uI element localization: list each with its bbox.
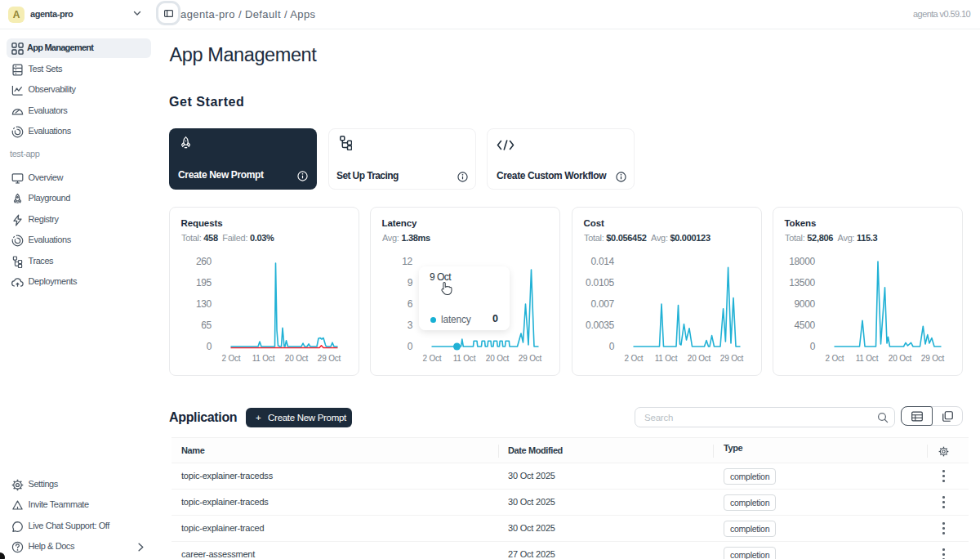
- svg-text:29 Oct: 29 Oct: [921, 354, 945, 363]
- svg-text:20 Oct: 20 Oct: [889, 354, 912, 363]
- svg-text:11 Oct: 11 Oct: [453, 354, 476, 363]
- svg-text:4500: 4500: [795, 320, 816, 331]
- svg-text:130: 130: [196, 298, 212, 310]
- svg-text:195: 195: [196, 277, 212, 288]
- svg-text:0.0105: 0.0105: [586, 277, 615, 288]
- svg-text:29 Oct: 29 Oct: [318, 354, 341, 363]
- svg-text:260: 260: [196, 256, 212, 267]
- svg-text:9000: 9000: [795, 298, 816, 310]
- svg-text:0.007: 0.007: [590, 298, 614, 310]
- svg-text:12: 12: [402, 256, 412, 267]
- svg-text:0.014: 0.014: [590, 256, 614, 267]
- svg-text:18000: 18000: [789, 256, 815, 267]
- svg-text:6: 6: [408, 298, 413, 310]
- svg-text:13500: 13500: [789, 277, 815, 288]
- svg-text:0: 0: [207, 341, 212, 352]
- svg-text:0: 0: [609, 341, 615, 352]
- svg-text:0: 0: [408, 341, 413, 352]
- svg-text:29 Oct: 29 Oct: [720, 354, 744, 363]
- svg-text:2 Oct: 2 Oct: [222, 354, 241, 363]
- svg-text:2 Oct: 2 Oct: [423, 354, 442, 363]
- svg-text:29 Oct: 29 Oct: [519, 354, 542, 363]
- svg-text:20 Oct: 20 Oct: [486, 354, 510, 363]
- svg-text:20 Oct: 20 Oct: [688, 354, 711, 363]
- svg-text:20 Oct: 20 Oct: [285, 354, 309, 363]
- svg-text:65: 65: [201, 320, 212, 331]
- svg-text:0.0035: 0.0035: [586, 320, 615, 331]
- svg-text:11 Oct: 11 Oct: [655, 354, 678, 363]
- svg-text:9: 9: [408, 277, 413, 288]
- svg-text:2 Oct: 2 Oct: [826, 354, 844, 363]
- svg-text:3: 3: [408, 320, 413, 331]
- svg-text:11 Oct: 11 Oct: [856, 354, 879, 363]
- svg-text:11 Oct: 11 Oct: [252, 354, 275, 363]
- svg-text:2 Oct: 2 Oct: [625, 354, 644, 363]
- svg-text:0: 0: [810, 341, 816, 352]
